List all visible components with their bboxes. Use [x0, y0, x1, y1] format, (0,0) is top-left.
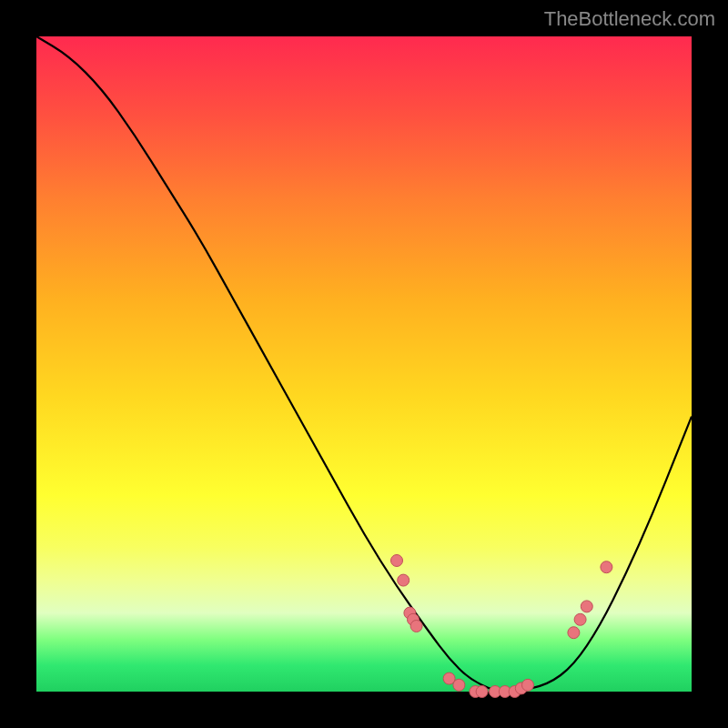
bottleneck-curve-line [36, 36, 692, 692]
chart-plot-area [36, 36, 692, 692]
data-point [410, 621, 422, 632]
data-point [391, 555, 403, 567]
watermark-text: TheBottleneck.com [544, 7, 715, 31]
data-point [581, 601, 592, 612]
data-point [568, 627, 580, 639]
data-point [398, 574, 410, 586]
data-point [601, 561, 612, 573]
data-point [476, 686, 488, 698]
data-point [453, 679, 465, 691]
data-point [574, 613, 586, 625]
data-point [522, 679, 534, 691]
chart-svg [36, 36, 692, 692]
